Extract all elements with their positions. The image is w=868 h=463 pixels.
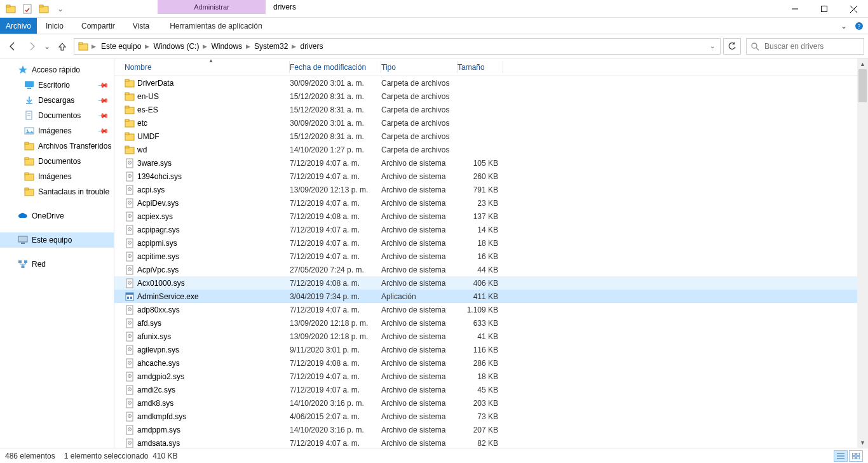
breadcrumb[interactable]: Windows: [208, 39, 245, 54]
file-row[interactable]: Acx01000.sys7/12/2019 4:08 a. m.Archivo …: [114, 276, 868, 290]
file-name: amdsata.sys: [137, 439, 180, 448]
file-row[interactable]: acpitime.sys7/12/2019 4:07 a. m.Archivo …: [114, 250, 868, 263]
file-row[interactable]: es-ES15/12/2020 8:31 a. m.Carpeta de arc…: [114, 103, 868, 116]
status-item-count: 486 elementos: [5, 452, 55, 460]
sidebar-item[interactable]: Imágenes: [0, 169, 114, 184]
breadcrumb[interactable]: System32: [251, 39, 291, 54]
address-bar[interactable]: ▶ Este equipo▶Windows (C:)▶Windows▶Syste…: [74, 38, 721, 55]
maximize-button[interactable]: [810, 0, 839, 18]
folder-icon[interactable]: [4, 2, 18, 16]
search-input[interactable]: [763, 41, 861, 51]
file-row[interactable]: amdkmpfd.sys4/06/2015 2:07 a. m.Archivo …: [114, 410, 868, 423]
sidebar-item[interactable]: Descargas📌: [0, 93, 114, 108]
sidebar-quick-access[interactable]: Acceso rápido: [0, 62, 114, 77]
sidebar-item[interactable]: Archivos Transferidos: [0, 138, 114, 154]
nav-recent-button[interactable]: ⌄: [42, 37, 52, 55]
svg-text:?: ?: [858, 23, 861, 30]
file-size: 411 KB: [458, 292, 501, 301]
breadcrumb-separator-icon[interactable]: ▶: [245, 43, 251, 50]
file-row[interactable]: acpipmi.sys7/12/2019 4:07 a. m.Archivo d…: [114, 236, 868, 250]
scroll-down-icon[interactable]: ▼: [857, 437, 868, 448]
file-list[interactable]: DriverData30/09/2020 3:01 a. m.Carpeta d…: [114, 76, 868, 448]
minimize-button[interactable]: [780, 0, 810, 18]
view-details-button[interactable]: [834, 450, 848, 462]
breadcrumb-separator-icon[interactable]: ▶: [144, 43, 150, 50]
properties-icon[interactable]: [20, 2, 34, 16]
file-row[interactable]: wd14/10/2020 1:27 p. m.Carpeta de archiv…: [114, 143, 868, 156]
breadcrumb-separator-icon[interactable]: ▶: [291, 43, 297, 50]
file-row[interactable]: ahcache.sys7/12/2019 4:08 a. m.Archivo d…: [114, 356, 868, 370]
sidebar-item[interactable]: Documentos: [0, 154, 114, 169]
pin-icon: 📌: [97, 124, 109, 137]
file-row[interactable]: 1394ohci.sys7/12/2019 4:07 a. m.Archivo …: [114, 170, 868, 183]
contextual-tab-manage[interactable]: Administrar: [158, 0, 266, 14]
nav-up-button[interactable]: [53, 37, 71, 55]
file-row[interactable]: etc30/09/2020 3:01 a. m.Carpeta de archi…: [114, 116, 868, 130]
ribbon-tab-inicio[interactable]: Inicio: [37, 18, 72, 34]
file-row[interactable]: 3ware.sys7/12/2019 4:07 a. m.Archivo de …: [114, 156, 868, 170]
nav-back-button[interactable]: [4, 37, 22, 55]
col-name[interactable]: Nombre: [125, 58, 290, 76]
svg-point-50: [129, 162, 130, 163]
breadcrumb[interactable]: Este equipo: [98, 39, 144, 54]
sidebar-item[interactable]: Escritorio📌: [0, 77, 114, 93]
file-row[interactable]: afunix.sys13/09/2020 12:18 p. m.Archivo …: [114, 330, 868, 343]
file-size: 16 KB: [458, 252, 501, 261]
svg-rect-81: [130, 297, 132, 299]
ribbon-tab-vista[interactable]: Vista: [124, 18, 158, 34]
scroll-up-icon[interactable]: ▲: [857, 58, 868, 69]
file-row[interactable]: DriverData30/09/2020 3:01 a. m.Carpeta d…: [114, 76, 868, 90]
col-date[interactable]: Fecha de modificación: [290, 58, 381, 76]
file-row[interactable]: en-US15/12/2020 8:31 a. m.Carpeta de arc…: [114, 90, 868, 103]
file-row[interactable]: AdminService.exe3/04/2019 7:34 p. m.Apli…: [114, 290, 868, 303]
refresh-button[interactable]: [723, 38, 741, 55]
qat-customize-icon[interactable]: ⌄: [53, 2, 67, 16]
file-name: adp80xx.sys: [137, 305, 180, 314]
breadcrumb[interactable]: Windows (C:): [150, 39, 202, 54]
file-row[interactable]: agilevpn.sys9/11/2020 3:01 p. m.Archivo …: [114, 343, 868, 356]
file-tab[interactable]: Archivo: [0, 18, 37, 34]
file-row[interactable]: amdsata.sys7/12/2019 4:07 a. m.Archivo d…: [114, 436, 868, 448]
col-size[interactable]: Tamaño: [458, 58, 503, 76]
file-row[interactable]: AcpiDev.sys7/12/2019 4:07 a. m.Archivo d…: [114, 196, 868, 210]
file-size: 116 KB: [458, 346, 501, 354]
file-type: Archivo de sistema: [381, 412, 458, 421]
sidebar-item[interactable]: Imágenes📌: [0, 123, 114, 138]
file-date: 7/12/2019 4:07 a. m.: [290, 439, 381, 448]
sidebar-this-pc[interactable]: Este equipo: [0, 232, 114, 248]
ribbon-collapse-icon[interactable]: ⌄: [836, 18, 851, 34]
close-button[interactable]: [839, 0, 868, 18]
search-box[interactable]: [746, 38, 864, 55]
sidebar-item-label: Este equipo: [32, 236, 72, 245]
file-name: afunix.sys: [137, 332, 171, 341]
col-type[interactable]: Tipo: [381, 58, 458, 76]
file-row[interactable]: amdgpio2.sys7/12/2019 4:07 a. m.Archivo …: [114, 370, 868, 383]
sidebar-item[interactable]: Documentos📌: [0, 108, 114, 123]
vertical-scrollbar[interactable]: ▲ ▼: [857, 58, 868, 448]
new-folder-icon[interactable]: [37, 2, 51, 16]
sidebar-onedrive[interactable]: OneDrive: [0, 208, 114, 224]
file-row[interactable]: amdk8.sys14/10/2020 3:16 p. m.Archivo de…: [114, 396, 868, 410]
file-row[interactable]: acpi.sys13/09/2020 12:13 p. m.Archivo de…: [114, 183, 868, 196]
file-row[interactable]: adp80xx.sys7/12/2019 4:07 a. m.Archivo d…: [114, 303, 868, 316]
file-row[interactable]: amdi2c.sys7/12/2019 4:07 a. m.Archivo de…: [114, 383, 868, 396]
file-row[interactable]: UMDF15/12/2020 8:31 a. m.Carpeta de arch…: [114, 130, 868, 143]
scroll-thumb[interactable]: [858, 69, 867, 102]
file-row[interactable]: amdppm.sys14/10/2020 3:16 p. m.Archivo d…: [114, 423, 868, 436]
view-large-icons-button[interactable]: [849, 450, 863, 462]
file-row[interactable]: acpipagr.sys7/12/2019 4:07 a. m.Archivo …: [114, 223, 868, 236]
file-row[interactable]: acpiex.sys7/12/2019 4:08 a. m.Archivo de…: [114, 210, 868, 223]
file-row[interactable]: AcpiVpc.sys27/05/2020 7:24 p. m.Archivo …: [114, 263, 868, 276]
column-headers[interactable]: ▲ Nombre Fecha de modificación Tipo Tama…: [114, 58, 868, 76]
nav-forward-button[interactable]: [23, 37, 41, 55]
ribbon-tab-compartir[interactable]: Compartir: [72, 18, 124, 34]
sidebar-item[interactable]: Santaclaus in trouble: [0, 184, 114, 199]
address-dropdown-icon[interactable]: ⌄: [706, 43, 719, 50]
sidebar-item-label: Imágenes: [38, 126, 72, 135]
breadcrumb[interactable]: drivers: [297, 39, 326, 54]
app-tools-tab[interactable]: Herramientas de aplicación: [158, 18, 273, 34]
help-icon[interactable]: ?: [853, 18, 865, 34]
sidebar-network[interactable]: Red: [0, 257, 114, 272]
breadcrumb-separator-icon[interactable]: ▶: [202, 43, 208, 50]
file-row[interactable]: afd.sys13/09/2020 12:18 p. m.Archivo de …: [114, 316, 868, 330]
